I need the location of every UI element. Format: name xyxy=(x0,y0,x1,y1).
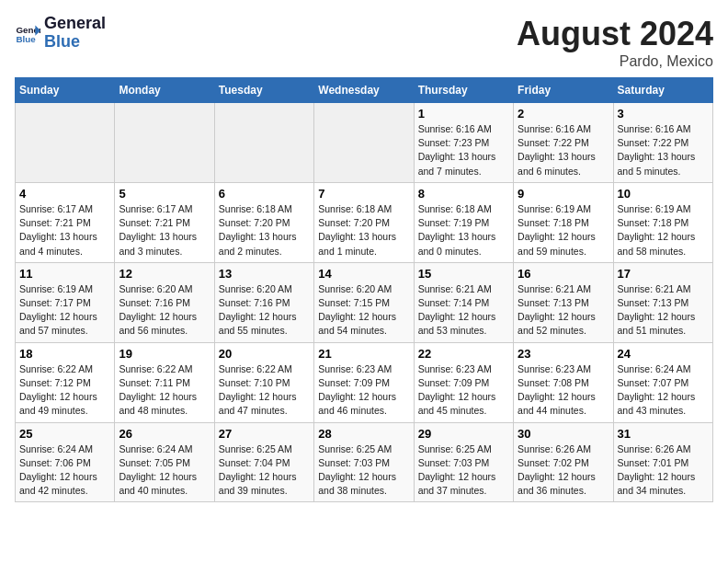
calendar-cell: 16Sunrise: 6:21 AM Sunset: 7:13 PM Dayli… xyxy=(514,262,613,342)
day-info: Sunrise: 6:21 AM Sunset: 7:13 PM Dayligh… xyxy=(618,282,709,339)
calendar-cell: 1Sunrise: 6:16 AM Sunset: 7:23 PM Daylig… xyxy=(414,103,513,183)
calendar-cell: 24Sunrise: 6:24 AM Sunset: 7:07 PM Dayli… xyxy=(613,342,712,422)
day-number: 28 xyxy=(318,427,409,441)
day-number: 25 xyxy=(19,427,110,441)
day-info: Sunrise: 6:25 AM Sunset: 7:03 PM Dayligh… xyxy=(318,442,409,499)
day-info: Sunrise: 6:18 AM Sunset: 7:19 PM Dayligh… xyxy=(418,202,509,259)
day-info: Sunrise: 6:20 AM Sunset: 7:16 PM Dayligh… xyxy=(119,282,210,339)
calendar-cell: 15Sunrise: 6:21 AM Sunset: 7:14 PM Dayli… xyxy=(414,262,513,342)
day-number: 22 xyxy=(418,347,509,361)
day-number: 16 xyxy=(518,267,609,281)
day-of-week-header: Friday xyxy=(514,78,613,103)
calendar-cell: 22Sunrise: 6:23 AM Sunset: 7:09 PM Dayli… xyxy=(414,342,513,422)
logo-icon: General Blue xyxy=(15,20,40,46)
calendar-cell: 13Sunrise: 6:20 AM Sunset: 7:16 PM Dayli… xyxy=(214,262,313,342)
day-number: 20 xyxy=(219,347,310,361)
svg-text:Blue: Blue xyxy=(16,34,36,44)
day-info: Sunrise: 6:16 AM Sunset: 7:22 PM Dayligh… xyxy=(518,122,609,178)
calendar-cell: 30Sunrise: 6:26 AM Sunset: 7:02 PM Dayli… xyxy=(514,422,613,502)
calendar-cell: 26Sunrise: 6:24 AM Sunset: 7:05 PM Dayli… xyxy=(115,422,214,502)
day-number: 7 xyxy=(318,187,409,201)
calendar-cell xyxy=(214,103,313,183)
logo: General Blue General Blue xyxy=(15,15,106,52)
logo-blue: Blue xyxy=(44,33,106,52)
day-info: Sunrise: 6:26 AM Sunset: 7:01 PM Dayligh… xyxy=(618,442,709,499)
day-info: Sunrise: 6:23 AM Sunset: 7:09 PM Dayligh… xyxy=(418,362,509,419)
calendar-week-row: 4Sunrise: 6:17 AM Sunset: 7:21 PM Daylig… xyxy=(16,182,713,262)
day-of-week-header: Monday xyxy=(115,78,214,103)
day-info: Sunrise: 6:17 AM Sunset: 7:21 PM Dayligh… xyxy=(19,202,110,259)
day-info: Sunrise: 6:19 AM Sunset: 7:18 PM Dayligh… xyxy=(618,202,709,259)
day-info: Sunrise: 6:24 AM Sunset: 7:06 PM Dayligh… xyxy=(19,442,110,499)
day-info: Sunrise: 6:21 AM Sunset: 7:14 PM Dayligh… xyxy=(418,282,509,339)
logo-general: General xyxy=(44,15,106,33)
day-number: 6 xyxy=(219,187,310,201)
day-number: 3 xyxy=(618,107,709,121)
day-number: 1 xyxy=(418,107,509,121)
day-info: Sunrise: 6:22 AM Sunset: 7:12 PM Dayligh… xyxy=(19,362,110,419)
day-info: Sunrise: 6:24 AM Sunset: 7:07 PM Dayligh… xyxy=(618,362,709,419)
day-number: 31 xyxy=(618,427,709,441)
day-number: 24 xyxy=(618,347,709,361)
day-number: 5 xyxy=(119,187,210,201)
calendar-week-row: 1Sunrise: 6:16 AM Sunset: 7:23 PM Daylig… xyxy=(16,103,713,183)
calendar-cell: 29Sunrise: 6:25 AM Sunset: 7:03 PM Dayli… xyxy=(414,422,513,502)
day-number: 23 xyxy=(518,347,609,361)
day-info: Sunrise: 6:19 AM Sunset: 7:18 PM Dayligh… xyxy=(518,202,609,259)
days-of-week-row: SundayMondayTuesdayWednesdayThursdayFrid… xyxy=(16,78,713,103)
day-number: 26 xyxy=(119,427,210,441)
calendar-cell xyxy=(115,103,214,183)
day-of-week-header: Sunday xyxy=(16,78,115,103)
calendar-cell: 23Sunrise: 6:23 AM Sunset: 7:08 PM Dayli… xyxy=(514,342,613,422)
day-info: Sunrise: 6:24 AM Sunset: 7:05 PM Dayligh… xyxy=(119,442,210,499)
calendar-cell: 20Sunrise: 6:22 AM Sunset: 7:10 PM Dayli… xyxy=(214,342,313,422)
calendar-cell: 19Sunrise: 6:22 AM Sunset: 7:11 PM Dayli… xyxy=(115,342,214,422)
day-info: Sunrise: 6:25 AM Sunset: 7:03 PM Dayligh… xyxy=(418,442,509,499)
calendar-cell: 14Sunrise: 6:20 AM Sunset: 7:15 PM Dayli… xyxy=(314,262,414,342)
day-number: 30 xyxy=(518,427,609,441)
day-number: 12 xyxy=(119,267,210,281)
day-info: Sunrise: 6:25 AM Sunset: 7:04 PM Dayligh… xyxy=(219,442,310,499)
calendar-cell: 3Sunrise: 6:16 AM Sunset: 7:22 PM Daylig… xyxy=(613,103,712,183)
day-number: 13 xyxy=(219,267,310,281)
day-info: Sunrise: 6:18 AM Sunset: 7:20 PM Dayligh… xyxy=(219,202,310,259)
day-of-week-header: Tuesday xyxy=(214,78,313,103)
page-header: General Blue General Blue August 2024 Pa… xyxy=(15,15,713,70)
calendar-cell: 17Sunrise: 6:21 AM Sunset: 7:13 PM Dayli… xyxy=(613,262,712,342)
day-info: Sunrise: 6:23 AM Sunset: 7:09 PM Dayligh… xyxy=(318,362,409,419)
day-number: 18 xyxy=(19,347,110,361)
calendar-cell: 4Sunrise: 6:17 AM Sunset: 7:21 PM Daylig… xyxy=(16,182,115,262)
day-number: 2 xyxy=(518,107,609,121)
day-info: Sunrise: 6:26 AM Sunset: 7:02 PM Dayligh… xyxy=(518,442,609,499)
day-info: Sunrise: 6:20 AM Sunset: 7:15 PM Dayligh… xyxy=(318,282,409,339)
calendar-cell: 2Sunrise: 6:16 AM Sunset: 7:22 PM Daylig… xyxy=(514,103,613,183)
calendar-cell: 11Sunrise: 6:19 AM Sunset: 7:17 PM Dayli… xyxy=(16,262,115,342)
day-number: 10 xyxy=(618,187,709,201)
calendar-week-row: 25Sunrise: 6:24 AM Sunset: 7:06 PM Dayli… xyxy=(16,422,713,502)
day-info: Sunrise: 6:17 AM Sunset: 7:21 PM Dayligh… xyxy=(119,202,210,259)
day-number: 9 xyxy=(518,187,609,201)
day-info: Sunrise: 6:16 AM Sunset: 7:23 PM Dayligh… xyxy=(418,122,509,178)
calendar-cell: 25Sunrise: 6:24 AM Sunset: 7:06 PM Dayli… xyxy=(16,422,115,502)
day-number: 21 xyxy=(318,347,409,361)
calendar-cell: 31Sunrise: 6:26 AM Sunset: 7:01 PM Dayli… xyxy=(613,422,712,502)
day-info: Sunrise: 6:19 AM Sunset: 7:17 PM Dayligh… xyxy=(19,282,110,339)
title-block: August 2024 Pardo, Mexico xyxy=(517,15,713,70)
day-number: 29 xyxy=(418,427,509,441)
day-info: Sunrise: 6:18 AM Sunset: 7:20 PM Dayligh… xyxy=(318,202,409,259)
day-number: 4 xyxy=(19,187,110,201)
calendar-header: SundayMondayTuesdayWednesdayThursdayFrid… xyxy=(16,78,713,103)
page-subtitle: Pardo, Mexico xyxy=(517,53,713,70)
calendar-cell: 12Sunrise: 6:20 AM Sunset: 7:16 PM Dayli… xyxy=(115,262,214,342)
calendar-cell: 28Sunrise: 6:25 AM Sunset: 7:03 PM Dayli… xyxy=(314,422,414,502)
calendar-cell: 5Sunrise: 6:17 AM Sunset: 7:21 PM Daylig… xyxy=(115,182,214,262)
day-info: Sunrise: 6:23 AM Sunset: 7:08 PM Dayligh… xyxy=(518,362,609,419)
day-number: 19 xyxy=(119,347,210,361)
calendar-cell: 6Sunrise: 6:18 AM Sunset: 7:20 PM Daylig… xyxy=(214,182,313,262)
calendar-cell: 8Sunrise: 6:18 AM Sunset: 7:19 PM Daylig… xyxy=(414,182,513,262)
calendar-week-row: 11Sunrise: 6:19 AM Sunset: 7:17 PM Dayli… xyxy=(16,262,713,342)
calendar-week-row: 18Sunrise: 6:22 AM Sunset: 7:12 PM Dayli… xyxy=(16,342,713,422)
calendar-cell: 27Sunrise: 6:25 AM Sunset: 7:04 PM Dayli… xyxy=(214,422,313,502)
calendar-cell: 7Sunrise: 6:18 AM Sunset: 7:20 PM Daylig… xyxy=(314,182,414,262)
day-info: Sunrise: 6:20 AM Sunset: 7:16 PM Dayligh… xyxy=(219,282,310,339)
